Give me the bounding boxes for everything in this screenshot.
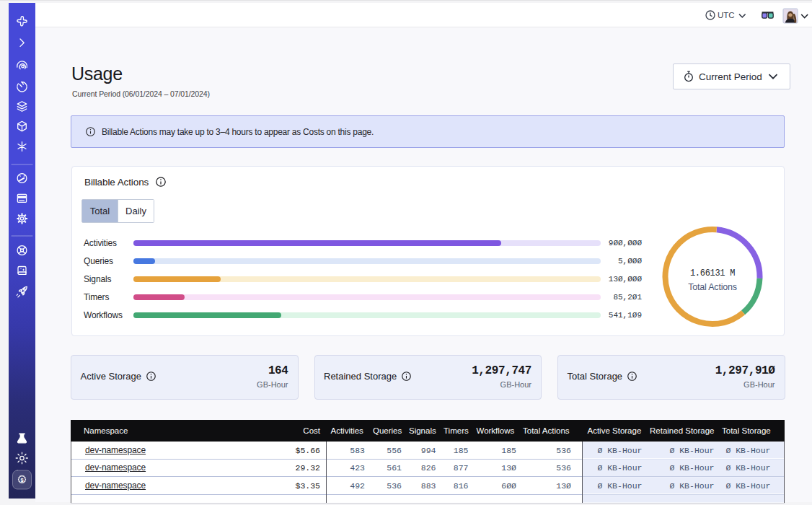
svg-text:UTC: UTC <box>718 11 735 19</box>
